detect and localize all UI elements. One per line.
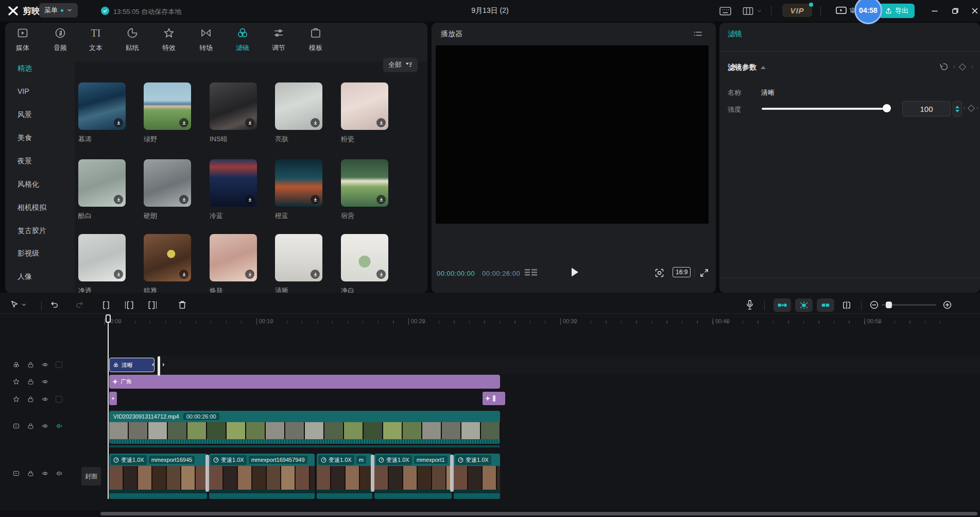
filter-thumbnail[interactable] [210,159,257,207]
speed-clip[interactable]: 变速1.0Xmmexport1 [374,454,452,499]
strength-slider-track[interactable] [762,108,890,110]
playhead-handle[interactable] [106,314,111,323]
video-viewport[interactable] [436,45,709,224]
close-button[interactable] [969,5,980,16]
player-menu-icon[interactable] [693,30,702,38]
eye-icon[interactable] [41,361,49,369]
filter-thumbnail[interactable] [275,82,322,130]
frame-list-icon[interactable] [524,269,538,277]
filter-all-dropdown[interactable]: 全部 [383,58,418,72]
video-track-icon[interactable] [12,422,20,430]
tab-templates[interactable]: 模板 [299,27,332,53]
split-delete-right-button[interactable] [147,300,158,310]
filter-thumbnail[interactable] [144,159,191,207]
reset-params-button[interactable] [939,62,949,72]
keyframe-prev-icon[interactable]: ‹ [953,63,955,70]
link-clips-toggle[interactable] [817,298,834,312]
filter-thumbnail[interactable] [144,234,191,281]
speaker-icon[interactable] [56,470,63,477]
category-landscape[interactable]: 风景 [18,110,32,120]
filter-thumbnail[interactable] [341,234,388,281]
tab-transitions[interactable]: 转场 [190,27,222,53]
strength-value-input[interactable]: 100 [902,101,951,116]
linkage-toggle[interactable] [795,298,813,312]
stepper-up-icon[interactable] [955,106,959,108]
filter-thumbnail[interactable] [341,159,388,207]
trim-left-arrow-icon[interactable]: ‹ [152,360,154,368]
shortcut-keyboard-icon[interactable] [719,6,732,16]
category-vip[interactable]: VIP [18,87,29,95]
transition-handle[interactable] [371,455,374,492]
restore-button[interactable] [950,5,961,16]
lock-icon[interactable] [27,422,35,430]
inspector-tab-filter[interactable]: 滤镜 [728,29,742,39]
filter-params-section-header[interactable]: 滤镜参数 [728,63,766,72]
eye-icon[interactable] [41,470,49,477]
filter-thumbnail[interactable] [210,234,257,281]
category-featured[interactable]: 精选 [18,64,32,73]
category-portrait[interactable]: 人像 [18,272,32,281]
aspect-ratio-button[interactable]: 16:9 [673,267,691,277]
tab-audio[interactable]: 音频 [44,27,77,53]
tab-adjust[interactable]: 调节 [262,27,295,53]
track-checkbox[interactable] [56,396,62,403]
category-camera-sim[interactable]: 相机模拟 [18,203,46,212]
collapsed-track-strip[interactable] [109,445,500,447]
eye-icon[interactable] [41,395,49,403]
speed-clip[interactable]: 变速1.0Xm [317,454,372,499]
review-button[interactable]: 审 [835,5,856,16]
transition-handle[interactable] [450,455,454,492]
tab-text[interactable]: TI 文本 [79,27,112,53]
category-cinematic[interactable]: 影视级 [18,249,39,258]
fullscreen-icon[interactable] [699,268,710,278]
trim-right-arrow-icon[interactable]: › [162,360,164,368]
play-button[interactable] [570,266,580,278]
category-retro-film[interactable]: 复古胶片 [18,226,46,236]
video-track-icon[interactable] [12,470,20,477]
split-delete-left-button[interactable] [124,300,134,310]
stepper-down-icon[interactable] [955,110,959,112]
effect-clip-wide-angle[interactable]: 广角 [109,375,500,389]
transition-handle[interactable] [205,455,209,492]
preview-axis-toggle[interactable] [841,300,852,310]
filter-thumbnail[interactable] [78,159,126,207]
speed-clip[interactable]: 变速1.0Xmmexport169457949 [209,454,315,499]
export-button[interactable]: 导出 [879,4,915,18]
zoom-in-button[interactable] [942,300,952,310]
layout-switch-button[interactable] [742,6,762,16]
menu-button[interactable]: 菜单 [39,3,78,18]
undo-button[interactable] [49,300,60,310]
video-clip[interactable]: VID20230913114712.mp4 00:00:26:00 [109,411,500,444]
tab-filters[interactable]: 滤镜 [226,27,259,53]
minimize-button[interactable] [929,5,940,16]
cover-button[interactable]: 封面 [81,467,101,486]
redo-button[interactable] [74,300,84,310]
playhead-line[interactable] [108,323,109,499]
effect-track-icon[interactable] [12,378,20,386]
effect-clip-fragment[interactable] [109,392,117,405]
lock-icon[interactable] [27,470,35,477]
strength-stepper[interactable] [953,101,962,116]
mute-speaker-icon[interactable] [56,422,63,430]
timeline-zoom-slider-handle[interactable] [886,302,892,308]
zoom-out-button[interactable] [869,300,879,310]
eye-icon[interactable] [41,378,49,386]
vip-button[interactable]: VIP [782,4,812,17]
tab-sticker[interactable]: 贴纸 [116,27,149,53]
speed-clip[interactable]: 变速1.0X [454,454,500,499]
tab-effects[interactable]: 特效 [152,27,185,53]
record-voiceover-button[interactable] [745,299,755,311]
filter-clip-selected[interactable]: 清晰 [109,358,154,372]
filter-thumbnail[interactable] [275,234,322,281]
select-tool-button[interactable] [9,300,27,310]
keyframe-next-icon[interactable]: › [971,63,973,70]
delete-clip-button[interactable] [177,299,187,310]
effect-clip-fragment[interactable] [483,392,505,405]
auto-snap-toggle[interactable] [773,298,791,312]
filter-thumbnail[interactable] [275,159,322,207]
lock-icon[interactable] [27,395,35,403]
filter-track-icon[interactable] [12,361,20,369]
keyframe-prev-icon[interactable]: ‹ [964,104,966,111]
focus-frame-icon[interactable] [654,268,665,278]
filter-thumbnail[interactable] [210,82,257,130]
